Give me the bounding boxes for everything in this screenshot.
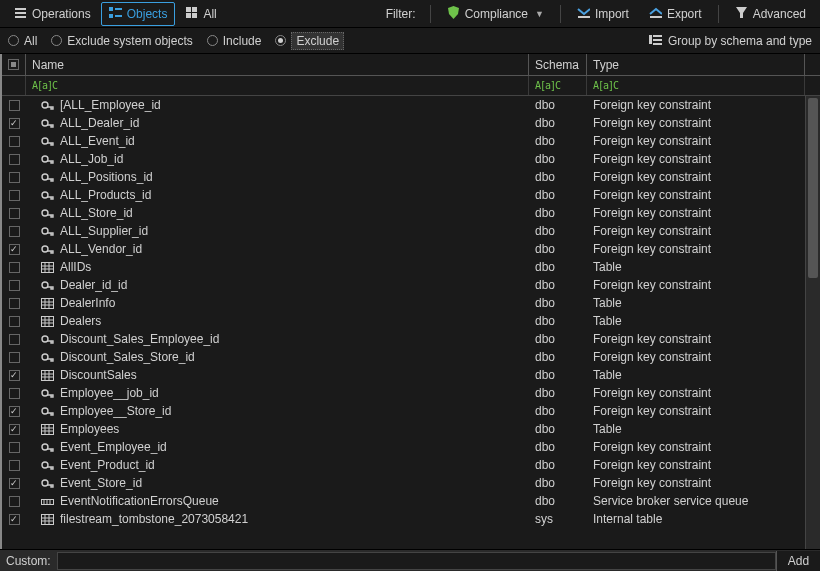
- table-row[interactable]: Event_Product_iddboForeign key constrain…: [2, 456, 805, 474]
- table-row[interactable]: AllIDsdboTable: [2, 258, 805, 276]
- group-by-button[interactable]: Group by schema and type: [649, 33, 812, 49]
- vertical-scrollbar[interactable]: [805, 96, 820, 549]
- tab-operations[interactable]: Operations: [6, 2, 99, 26]
- row-checkbox[interactable]: [9, 280, 20, 291]
- row-checkbox-cell[interactable]: [2, 226, 26, 237]
- row-checkbox-cell[interactable]: [2, 388, 26, 399]
- radio-exclude[interactable]: Exclude: [275, 32, 344, 50]
- row-checkbox[interactable]: [9, 478, 20, 489]
- header-schema[interactable]: Schema: [529, 54, 587, 75]
- row-checkbox-cell[interactable]: [2, 424, 26, 435]
- tab-objects[interactable]: Objects: [101, 2, 176, 26]
- row-checkbox-cell[interactable]: [2, 514, 26, 525]
- row-checkbox-cell[interactable]: [2, 136, 26, 147]
- custom-filter-input[interactable]: [57, 552, 776, 570]
- row-checkbox-cell[interactable]: [2, 442, 26, 453]
- row-checkbox[interactable]: [9, 388, 20, 399]
- row-checkbox[interactable]: [9, 442, 20, 453]
- table-row[interactable]: Employee__job_iddboForeign key constrain…: [2, 384, 805, 402]
- filter-type-cell[interactable]: A[a]C: [587, 76, 805, 95]
- add-button[interactable]: Add: [776, 551, 820, 571]
- row-checkbox[interactable]: [9, 298, 20, 309]
- table-row[interactable]: ALL_Supplier_iddboForeign key constraint: [2, 222, 805, 240]
- table-row[interactable]: Event_Store_iddboForeign key constraint: [2, 474, 805, 492]
- row-checkbox[interactable]: [9, 334, 20, 345]
- import-button[interactable]: Import: [569, 2, 637, 26]
- filter-schema-cell[interactable]: A[a]C: [529, 76, 587, 95]
- row-checkbox-cell[interactable]: [2, 262, 26, 273]
- table-row[interactable]: EventNotificationErrorsQueuedboService b…: [2, 492, 805, 510]
- row-checkbox-cell[interactable]: [2, 334, 26, 345]
- header-type[interactable]: Type: [587, 54, 805, 75]
- table-row[interactable]: ALL_Job_iddboForeign key constraint: [2, 150, 805, 168]
- compliance-button[interactable]: Compliance ▼: [439, 2, 552, 26]
- row-checkbox[interactable]: [9, 136, 20, 147]
- table-row[interactable]: ALL_Store_iddboForeign key constraint: [2, 204, 805, 222]
- row-checkbox-cell[interactable]: [2, 352, 26, 363]
- export-button[interactable]: Export: [641, 2, 710, 26]
- row-checkbox[interactable]: [9, 370, 20, 381]
- table-row[interactable]: DealersdboTable: [2, 312, 805, 330]
- scrollbar-thumb[interactable]: [808, 98, 818, 278]
- row-checkbox[interactable]: [9, 244, 20, 255]
- row-checkbox[interactable]: [9, 190, 20, 201]
- table-row[interactable]: [ALL_Employee_iddboForeign key constrain…: [2, 96, 805, 114]
- table-row[interactable]: ALL_Vendor_iddboForeign key constraint: [2, 240, 805, 258]
- row-checkbox[interactable]: [9, 100, 20, 111]
- header-name[interactable]: Name: [26, 54, 529, 75]
- table-row[interactable]: Discount_Sales_Employee_iddboForeign key…: [2, 330, 805, 348]
- header-checkbox[interactable]: [8, 59, 19, 70]
- row-checkbox-cell[interactable]: [2, 460, 26, 471]
- table-row[interactable]: ALL_Positions_iddboForeign key constrain…: [2, 168, 805, 186]
- row-checkbox-cell[interactable]: [2, 316, 26, 327]
- row-checkbox-cell[interactable]: [2, 154, 26, 165]
- table-row[interactable]: ALL_Dealer_iddboForeign key constraint: [2, 114, 805, 132]
- row-checkbox-cell[interactable]: [2, 406, 26, 417]
- row-checkbox[interactable]: [9, 352, 20, 363]
- row-checkbox[interactable]: [9, 154, 20, 165]
- advanced-button[interactable]: Advanced: [727, 2, 814, 26]
- row-checkbox[interactable]: [9, 262, 20, 273]
- row-checkbox-cell[interactable]: [2, 370, 26, 381]
- row-checkbox[interactable]: [9, 514, 20, 525]
- table-row[interactable]: EmployeesdboTable: [2, 420, 805, 438]
- row-schema: dbo: [529, 206, 587, 220]
- table-row[interactable]: Discount_Sales_Store_iddboForeign key co…: [2, 348, 805, 366]
- table-row[interactable]: filestream_tombstone_2073058421sysIntern…: [2, 510, 805, 528]
- row-checkbox-cell[interactable]: [2, 190, 26, 201]
- table-row[interactable]: ALL_Products_iddboForeign key constraint: [2, 186, 805, 204]
- table-row[interactable]: DiscountSalesdboTable: [2, 366, 805, 384]
- table-row[interactable]: Employee__Store_iddboForeign key constra…: [2, 402, 805, 420]
- row-checkbox[interactable]: [9, 496, 20, 507]
- row-type: Internal table: [587, 512, 805, 526]
- row-checkbox-cell[interactable]: [2, 244, 26, 255]
- row-checkbox[interactable]: [9, 424, 20, 435]
- table-row[interactable]: ALL_Event_iddboForeign key constraint: [2, 132, 805, 150]
- header-checkbox-cell[interactable]: [2, 54, 26, 75]
- row-checkbox-cell[interactable]: [2, 208, 26, 219]
- tab-all[interactable]: All: [177, 2, 224, 26]
- row-checkbox-cell[interactable]: [2, 496, 26, 507]
- filter-name-cell[interactable]: A[a]C: [26, 76, 529, 95]
- radio-include[interactable]: Include: [207, 34, 262, 48]
- table-row[interactable]: DealerInfodboTable: [2, 294, 805, 312]
- row-checkbox[interactable]: [9, 208, 20, 219]
- row-checkbox-cell[interactable]: [2, 172, 26, 183]
- row-checkbox[interactable]: [9, 406, 20, 417]
- header-scroll-spacer: [805, 54, 820, 75]
- row-checkbox[interactable]: [9, 316, 20, 327]
- row-checkbox[interactable]: [9, 226, 20, 237]
- row-checkbox-cell[interactable]: [2, 280, 26, 291]
- row-checkbox[interactable]: [9, 118, 20, 129]
- row-checkbox[interactable]: [9, 460, 20, 471]
- row-checkbox-cell[interactable]: [2, 118, 26, 129]
- radio-all[interactable]: All: [8, 34, 37, 48]
- row-checkbox-cell[interactable]: [2, 100, 26, 111]
- table-row[interactable]: Event_Employee_iddboForeign key constrai…: [2, 438, 805, 456]
- radio-exclude-system[interactable]: Exclude system objects: [51, 34, 192, 48]
- table-row[interactable]: Dealer_id_iddboForeign key constraint: [2, 276, 805, 294]
- row-checkbox-cell[interactable]: [2, 478, 26, 489]
- row-schema: sys: [529, 512, 587, 526]
- row-checkbox-cell[interactable]: [2, 298, 26, 309]
- row-checkbox[interactable]: [9, 172, 20, 183]
